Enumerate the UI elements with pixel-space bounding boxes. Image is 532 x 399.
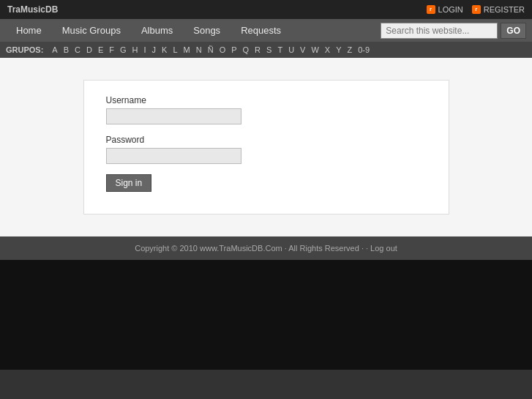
letter-k[interactable]: K [159,45,170,55]
nav-links: Home Music Groups Albums Songs Requests [6,19,381,42]
letter-u[interactable]: U [285,45,297,55]
letter-p[interactable]: P [228,45,239,55]
register-label: REGISTER [484,5,525,14]
letter-m[interactable]: M [181,45,193,55]
letter-nn[interactable]: Ñ [205,45,217,55]
letter-b[interactable]: B [61,45,72,55]
nav-home[interactable]: Home [6,19,52,42]
login-box: Username Password Sign in [83,80,449,215]
password-group: Password [106,135,427,164]
register-link[interactable]: r REGISTER [472,5,525,14]
main-content: Username Password Sign in [0,58,532,236]
letter-g[interactable]: G [117,45,130,55]
letter-y[interactable]: Y [333,45,344,55]
rss-icon-register: r [472,5,481,14]
letter-w[interactable]: W [308,45,321,55]
footer-text: Copyright © 2010 www.TraMusicDB.Com · Al… [135,244,397,253]
letter-f[interactable]: F [106,45,117,55]
login-link[interactable]: r LOGIN [427,5,463,14]
letter-d[interactable]: D [83,45,95,55]
letter-x[interactable]: X [322,45,333,55]
password-input[interactable] [106,148,241,164]
password-label: Password [106,135,427,145]
search-input[interactable] [381,23,498,39]
letter-h[interactable]: H [130,45,141,55]
username-group: Username [106,95,427,124]
groups-bar: GRUPOS: A B C D E F G H I J K L M N Ñ O … [0,42,532,58]
black-area [0,260,532,370]
sign-in-button[interactable]: Sign in [106,174,152,192]
letter-q[interactable]: Q [240,45,252,55]
go-button[interactable]: GO [501,23,526,39]
letter-r[interactable]: R [252,45,263,55]
nav-requests[interactable]: Requests [231,19,291,42]
letter-o[interactable]: O [217,45,229,55]
grupos-label: GRUPOS: [6,45,43,54]
login-label: LOGIN [438,5,463,14]
top-links: r LOGIN r REGISTER [427,5,525,14]
search-area: GO [381,23,526,39]
letter-a[interactable]: A [49,45,60,55]
top-bar: TraMusicDB r LOGIN r REGISTER [0,0,532,19]
letter-i[interactable]: I [141,45,149,55]
username-label: Username [106,95,427,105]
nav-songs[interactable]: Songs [183,19,231,42]
letter-c[interactable]: C [72,45,83,55]
letter-v[interactable]: V [297,45,308,55]
letter-e[interactable]: E [95,45,106,55]
letter-j[interactable]: J [149,45,160,55]
letter-t[interactable]: T [274,45,285,55]
nav-albums[interactable]: Albums [131,19,183,42]
nav-music-groups[interactable]: Music Groups [52,19,131,42]
letter-n[interactable]: N [193,45,205,55]
letter-z[interactable]: Z [345,45,356,55]
nav-bar: Home Music Groups Albums Songs Requests … [0,19,532,42]
username-input[interactable] [106,108,241,124]
footer: Copyright © 2010 www.TraMusicDB.Com · Al… [0,236,532,260]
letter-l[interactable]: L [170,45,180,55]
letter-s[interactable]: S [263,45,274,55]
site-name: TraMusicDB [7,4,58,15]
rss-icon-login: r [427,5,435,14]
letter-09[interactable]: 0-9 [355,45,372,55]
